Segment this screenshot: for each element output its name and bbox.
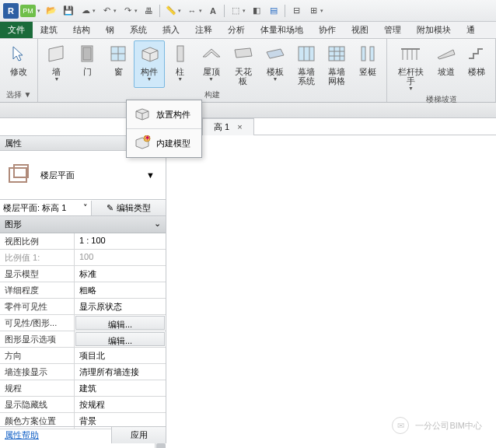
thin-lines-icon[interactable]: ▤ bbox=[267, 4, 281, 18]
property-value[interactable]: 粗略 bbox=[75, 282, 166, 298]
instance-combo[interactable]: 楼层平面: 标高 1˅ bbox=[0, 201, 92, 215]
property-value[interactable]: 标准 bbox=[75, 266, 166, 282]
measure-icon[interactable]: 📏 bbox=[164, 4, 178, 18]
curtain-sys-button[interactable]: 幕墙 系统 bbox=[291, 40, 322, 88]
scroll-thumb[interactable] bbox=[156, 443, 166, 448]
tab-annot[interactable]: 注释 bbox=[187, 22, 220, 38]
chevron-down-icon[interactable]: ▾ bbox=[134, 8, 138, 14]
property-row[interactable]: 比例值 1:100 bbox=[0, 250, 166, 266]
chevron-down-icon[interactable]: ▾ bbox=[243, 8, 246, 14]
graphics-group-header[interactable]: 图形⌄ bbox=[0, 216, 166, 233]
tab-sys[interactable]: 系统 bbox=[122, 22, 155, 38]
property-row[interactable]: 可见性/图形...编辑... bbox=[0, 315, 166, 331]
tab-view[interactable]: 视图 bbox=[344, 22, 376, 38]
column-icon bbox=[169, 42, 192, 65]
property-value[interactable]: 显示原状态 bbox=[75, 299, 166, 314]
curtain-grid-button[interactable]: 幕墙 网格 bbox=[322, 40, 353, 88]
chevron-down-icon[interactable]: ▾ bbox=[178, 8, 181, 14]
ramp-button[interactable]: 坡道 bbox=[431, 40, 462, 93]
watermark: ✉ 一分公司BIM中心 bbox=[392, 417, 482, 434]
stair-button[interactable]: 楼梯 bbox=[462, 40, 492, 93]
tab-analyze[interactable]: 分析 bbox=[220, 22, 253, 38]
instance-label: 楼层平面: 标高 1 bbox=[3, 202, 66, 214]
property-value[interactable]: 按规程 bbox=[75, 397, 166, 412]
property-edit-button[interactable]: 编辑... bbox=[75, 332, 165, 346]
chevron-down-icon[interactable]: ▾ bbox=[37, 8, 40, 14]
3d-icon[interactable]: ⬚ bbox=[229, 4, 243, 18]
watermark-text: 一分公司BIM中心 bbox=[415, 420, 482, 432]
pm-icon[interactable]: PM bbox=[20, 5, 36, 17]
tab-struct[interactable]: 结构 bbox=[65, 22, 98, 38]
floor-button[interactable]: 楼板▼ bbox=[260, 40, 291, 88]
property-row[interactable]: 图形显示选项编辑... bbox=[0, 331, 166, 348]
property-label: 显示隐藏线 bbox=[0, 397, 75, 412]
dim-icon[interactable]: ↔ bbox=[185, 4, 199, 18]
property-row[interactable]: 显示隐藏线按规程 bbox=[0, 397, 166, 413]
inplace-model-item[interactable]: ✶ 内建模型 bbox=[127, 129, 201, 157]
tab-manage[interactable]: 管理 bbox=[376, 22, 409, 38]
tab-file[interactable]: 文件 bbox=[0, 22, 33, 38]
property-value[interactable]: 建筑 bbox=[75, 380, 166, 396]
app-icon[interactable]: R bbox=[3, 3, 19, 19]
edit-type-button[interactable]: ✎编辑类型 bbox=[92, 200, 166, 215]
property-row[interactable]: 方向项目北 bbox=[0, 348, 166, 364]
property-row[interactable]: 详细程度粗略 bbox=[0, 282, 166, 299]
properties-help-link[interactable]: 属性帮助 bbox=[0, 427, 111, 443]
property-edit-button[interactable]: 编辑... bbox=[75, 316, 165, 330]
ceiling-button[interactable]: 天花板 bbox=[226, 40, 260, 88]
chevron-down-icon[interactable]: ▾ bbox=[93, 8, 96, 14]
view-tab[interactable]: 高 1 × bbox=[202, 118, 254, 135]
property-row[interactable]: 墙连接显示清理所有墙连接 bbox=[0, 364, 166, 380]
close-tab-icon[interactable]: × bbox=[237, 122, 242, 131]
tab-collab[interactable]: 协作 bbox=[311, 22, 344, 38]
property-label: 可见性/图形... bbox=[0, 315, 75, 331]
mullion-button[interactable]: 竖梃 bbox=[352, 40, 383, 88]
chevron-down-icon: ▼ bbox=[147, 76, 152, 82]
property-row[interactable]: 规程建筑 bbox=[0, 380, 166, 397]
door-button[interactable]: 门 bbox=[72, 40, 103, 88]
print-icon[interactable]: 🖶 bbox=[141, 4, 155, 18]
redo-icon[interactable]: ↷ bbox=[121, 4, 134, 18]
property-value[interactable]: 100 bbox=[75, 250, 166, 265]
select-group-label[interactable]: 选择 ▼ bbox=[3, 88, 34, 102]
property-row[interactable]: 视图比例1 : 100 bbox=[0, 233, 166, 250]
open-icon[interactable]: 📂 bbox=[44, 4, 58, 18]
property-row[interactable]: 显示模型标准 bbox=[0, 266, 166, 282]
tab-arch[interactable]: 建筑 bbox=[33, 22, 65, 38]
cursor-icon bbox=[7, 42, 30, 65]
window-button[interactable]: 窗 bbox=[103, 40, 134, 88]
property-value[interactable]: 项目北 bbox=[75, 348, 166, 363]
railing-button[interactable]: 栏杆扶手▼ bbox=[390, 40, 431, 93]
roof-button[interactable]: 屋顶▼ bbox=[196, 40, 227, 88]
properties-type-selector[interactable]: 楼层平面 ▼ bbox=[0, 151, 166, 199]
component-button[interactable]: 构件▼ bbox=[134, 40, 165, 88]
chevron-down-icon: ˅ bbox=[83, 203, 88, 213]
chevron-down-icon: ▼ bbox=[146, 170, 155, 180]
place-component-item[interactable]: 放置构件 bbox=[127, 100, 201, 129]
close-views-icon[interactable]: ⊟ bbox=[289, 4, 303, 18]
wall-icon bbox=[45, 42, 68, 65]
chevron-down-icon[interactable]: ▾ bbox=[114, 8, 117, 14]
svg-rect-5 bbox=[177, 46, 183, 61]
tab-more[interactable]: 通 bbox=[459, 22, 483, 38]
undo-icon[interactable]: ↶ bbox=[100, 4, 114, 18]
save-icon[interactable]: 💾 bbox=[61, 4, 75, 18]
property-label: 比例值 1: bbox=[0, 250, 75, 265]
property-row[interactable]: 零件可见性显示原状态 bbox=[0, 299, 166, 315]
property-value[interactable]: 1 : 100 bbox=[75, 233, 166, 249]
tab-addins[interactable]: 附加模块 bbox=[409, 22, 459, 38]
tab-steel[interactable]: 钢 bbox=[98, 22, 122, 38]
text-icon[interactable]: A bbox=[206, 4, 220, 18]
tab-insert[interactable]: 插入 bbox=[155, 22, 187, 38]
chevron-down-icon[interactable]: ▾ bbox=[320, 8, 323, 14]
section-icon[interactable]: ◧ bbox=[250, 4, 264, 18]
modify-button[interactable]: 修改 bbox=[3, 40, 34, 88]
tab-mass[interactable]: 体量和场地 bbox=[253, 22, 311, 38]
sync-icon[interactable]: ☁ bbox=[79, 4, 93, 18]
wall-button[interactable]: 墙▼ bbox=[41, 40, 72, 88]
apply-button[interactable]: 应用 bbox=[111, 427, 166, 443]
chevron-down-icon[interactable]: ▾ bbox=[199, 8, 202, 14]
column-button[interactable]: 柱▼ bbox=[165, 40, 196, 88]
switch-windows-icon[interactable]: ⊞ bbox=[306, 4, 320, 18]
property-value[interactable]: 清理所有墙连接 bbox=[75, 364, 166, 380]
